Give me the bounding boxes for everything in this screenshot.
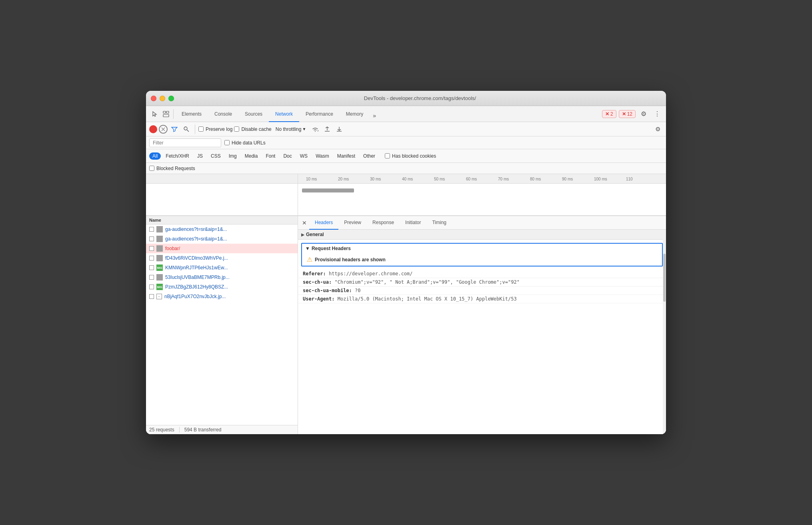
general-section-header[interactable]: ▶ General bbox=[298, 230, 666, 240]
type-filter-js[interactable]: JS bbox=[194, 152, 206, 160]
header-sec-ch-ua-mobile: sec-ch-ua-mobile: ?0 bbox=[298, 287, 666, 295]
item-checkbox[interactable] bbox=[149, 246, 154, 251]
scrollbar-track[interactable] bbox=[663, 230, 666, 434]
hide-data-urls-checkbox[interactable] bbox=[224, 140, 230, 145]
type-filter-font[interactable]: Font bbox=[262, 152, 278, 160]
header-user-agent: User-Agent: Mozilla/5.0 (Macintosh; Inte… bbox=[298, 295, 666, 303]
disable-cache-label[interactable]: Disable cache bbox=[234, 126, 271, 132]
filter-row: Hide data URLs bbox=[146, 136, 666, 149]
type-filter-row: All Fetch/XHR JS CSS Img Media Font Doc … bbox=[146, 149, 666, 163]
img-minus-icon: − bbox=[156, 294, 162, 299]
search-button[interactable] bbox=[181, 124, 192, 134]
blocked-requests-checkbox[interactable] bbox=[149, 166, 154, 171]
svg-line-6 bbox=[187, 130, 189, 132]
request-headers-title[interactable]: ▼ Request Headers bbox=[302, 244, 662, 253]
close-panel-button[interactable]: ✕ bbox=[300, 218, 309, 228]
download-icon-button[interactable] bbox=[334, 124, 344, 134]
item-checkbox[interactable] bbox=[149, 285, 154, 289]
right-panel: ✕ Headers Preview Response Initiator Tim… bbox=[298, 216, 666, 434]
hide-data-urls-label[interactable]: Hide data URLs bbox=[224, 140, 266, 146]
clear-button[interactable] bbox=[159, 125, 168, 134]
tab-headers[interactable]: Headers bbox=[309, 216, 338, 230]
warning-badge[interactable]: ✕ 12 bbox=[619, 110, 636, 118]
file-list: ga-audiences?t=sr&aip=1&... ga-audiences… bbox=[146, 224, 298, 425]
tab-console[interactable]: Console bbox=[208, 107, 238, 122]
has-blocked-cookies-label[interactable]: Has blocked cookies bbox=[385, 153, 436, 159]
item-checkbox[interactable] bbox=[149, 275, 154, 280]
type-filter-manifest[interactable]: Manifest bbox=[334, 152, 358, 160]
main-area: Name ga-audiences?t=sr&aip=1&... ga-audi… bbox=[146, 216, 666, 434]
tab-network[interactable]: Network bbox=[269, 107, 299, 122]
timeline-header: 25 requests 10 ms 20 ms 30 ms 40 ms 50 m… bbox=[146, 174, 666, 184]
item-checkbox[interactable] bbox=[149, 294, 154, 299]
list-item[interactable]: IMG PzmJZBgZBJ612Hy8QBSZ... bbox=[146, 282, 298, 292]
tab-performance[interactable]: Performance bbox=[299, 107, 340, 122]
cursor-tool-button[interactable] bbox=[149, 108, 160, 120]
tab-elements[interactable]: Elements bbox=[175, 107, 208, 122]
tick-50ms: 50 ms bbox=[434, 176, 445, 181]
preserve-log-label[interactable]: Preserve log bbox=[198, 126, 232, 132]
record-button[interactable] bbox=[149, 125, 157, 133]
tab-timing[interactable]: Timing bbox=[426, 216, 452, 230]
type-filter-css[interactable]: CSS bbox=[208, 152, 224, 160]
type-filter-img[interactable]: Img bbox=[226, 152, 240, 160]
status-divider bbox=[179, 427, 180, 433]
filter-button[interactable] bbox=[169, 124, 180, 134]
devtools-body: Elements Console Sources Network Perform… bbox=[146, 106, 666, 434]
type-filter-all[interactable]: All bbox=[149, 152, 161, 160]
error-count: 2 bbox=[610, 111, 613, 117]
inspect-element-button[interactable] bbox=[160, 108, 172, 120]
tab-memory[interactable]: Memory bbox=[340, 107, 370, 122]
type-filter-ws[interactable]: WS bbox=[297, 152, 311, 160]
list-item[interactable]: IMG KMNWpnRJTP6eHJs1wEw... bbox=[146, 263, 298, 273]
item-checkbox[interactable] bbox=[149, 265, 154, 270]
tick-30ms: 30 ms bbox=[370, 176, 381, 181]
item-checkbox[interactable] bbox=[149, 236, 154, 241]
name-col-label: Name bbox=[146, 216, 298, 224]
network-settings-button[interactable]: ⚙ bbox=[652, 124, 663, 134]
doc-icon bbox=[156, 255, 163, 261]
settings-button[interactable]: ⚙ bbox=[638, 108, 649, 120]
throttling-dropdown[interactable]: No throttling ▼ bbox=[273, 125, 309, 133]
tab-initiator[interactable]: Initiator bbox=[400, 216, 426, 230]
error-badge[interactable]: ✕ 2 bbox=[602, 110, 616, 118]
tick-60ms: 60 ms bbox=[466, 176, 477, 181]
doc-icon bbox=[156, 226, 163, 232]
upload-icon-button[interactable] bbox=[322, 124, 332, 134]
scrollbar-thumb[interactable] bbox=[663, 254, 666, 302]
minimize-button[interactable] bbox=[160, 96, 165, 101]
tick-100ms: 100 ms bbox=[594, 176, 607, 181]
timeline-area bbox=[146, 184, 666, 216]
tick-10ms: 10 ms bbox=[306, 176, 317, 181]
svg-rect-1 bbox=[166, 111, 169, 113]
type-filter-media[interactable]: Media bbox=[242, 152, 261, 160]
list-item[interactable]: ga-audiences?t=sr&aip=1&... bbox=[146, 224, 298, 234]
tab-preview[interactable]: Preview bbox=[338, 216, 367, 230]
tick-70ms: 70 ms bbox=[498, 176, 509, 181]
type-filter-doc[interactable]: Doc bbox=[280, 152, 295, 160]
item-checkbox[interactable] bbox=[149, 227, 154, 232]
type-filter-wasm[interactable]: Wasm bbox=[312, 152, 332, 160]
item-checkbox[interactable] bbox=[149, 256, 154, 260]
blocked-requests-label[interactable]: Blocked Requests bbox=[149, 166, 195, 171]
list-item[interactable]: 53IuclsjUVBaBME7MPRb.jp... bbox=[146, 273, 298, 282]
type-filter-other[interactable]: Other bbox=[360, 152, 378, 160]
tabs-more-button[interactable]: » bbox=[370, 109, 379, 122]
list-item[interactable]: fD43v6RiVCDlmo3WhVPe.j... bbox=[146, 253, 298, 263]
tab-response[interactable]: Response bbox=[367, 216, 400, 230]
list-item-selected[interactable]: foobar/ bbox=[146, 244, 298, 253]
provisional-warning: ⚠ Provisional headers are shown bbox=[302, 253, 662, 266]
list-item[interactable]: ga-audiences?t=sr&aip=1&... bbox=[146, 234, 298, 244]
disable-cache-checkbox[interactable] bbox=[234, 126, 239, 132]
tab-sources[interactable]: Sources bbox=[238, 107, 269, 122]
maximize-button[interactable] bbox=[168, 96, 174, 101]
has-blocked-cookies-checkbox[interactable] bbox=[385, 153, 390, 158]
wifi-icon-button[interactable] bbox=[310, 124, 320, 134]
filter-input[interactable] bbox=[149, 138, 221, 147]
list-item[interactable]: − nBjAqf1PuX7O2nvJbJck.jp... bbox=[146, 292, 298, 301]
more-options-button[interactable]: ⋮ bbox=[652, 108, 663, 120]
preserve-log-checkbox[interactable] bbox=[198, 126, 204, 132]
type-filter-fetch-xhr[interactable]: Fetch/XHR bbox=[162, 152, 192, 160]
warning-x-icon: ✕ bbox=[622, 111, 626, 117]
close-button[interactable] bbox=[151, 96, 156, 101]
